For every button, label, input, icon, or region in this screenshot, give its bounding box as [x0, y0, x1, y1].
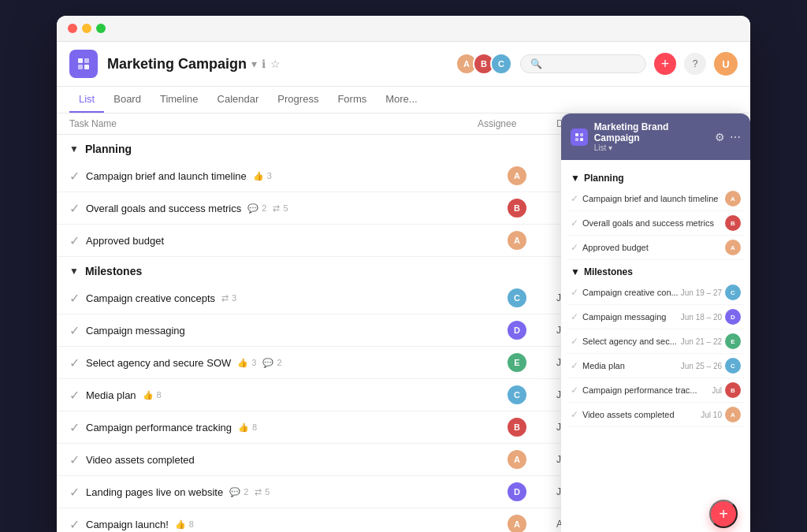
info-icon[interactable]: ℹ [262, 58, 266, 70]
svg-rect-1 [84, 58, 89, 63]
tab-progress[interactable]: Progress [268, 87, 328, 113]
thumbs-up-icon: 👍 [238, 422, 249, 433]
task-name-cell: ✓ Campaign launch! 👍 8 [69, 517, 478, 532]
avatar-group: A B C [456, 53, 512, 75]
sp-task-row[interactable]: ✓ Approved budget A [567, 236, 744, 260]
side-panel: Marketing Brand Campaign List ▾ ⚙ ⋯ ▼ [561, 113, 750, 532]
thumbs-up-icon: 👍 [253, 171, 264, 181]
sp-check-icon: ✓ [571, 287, 578, 298]
dropdown-icon[interactable]: ▾ [251, 58, 257, 70]
help-button[interactable]: ? [684, 53, 706, 75]
task-meta: 💬 2 ⇄ 5 [247, 203, 288, 214]
sp-task-name: Campaign performance trac... [582, 385, 697, 395]
check-icon: ✓ [69, 169, 80, 184]
sp-task-row[interactable]: ✓ Overall goals and success metrics B [567, 211, 744, 236]
more-options-icon[interactable]: ⋯ [730, 131, 741, 143]
meta-count: 5 [283, 203, 288, 213]
search-bar[interactable]: 🔍 [520, 54, 646, 73]
app-title-area: Marketing Campaign ▾ ℹ ☆ [107, 56, 446, 73]
minimize-dot[interactable] [82, 24, 91, 33]
task-meta: 👍 3 💬 2 [237, 358, 281, 368]
tab-calendar[interactable]: Calendar [208, 87, 269, 113]
comment-icon: 💬 [229, 487, 240, 497]
assignee-cell: C [478, 287, 556, 309]
star-icon[interactable]: ☆ [270, 58, 281, 70]
sp-task-row[interactable]: ✓ Media plan Jun 25 – 26 C [567, 354, 744, 378]
assignee-cell: D [478, 481, 556, 503]
sp-task-left: ✓ Campaign brief and launch timeline [571, 193, 725, 204]
dropdown-arrow[interactable]: ▾ [608, 143, 612, 152]
meta-count: 3 [251, 358, 256, 367]
main-content: Task name Assignee Due date Status ▼ Pla… [57, 113, 750, 532]
milestones-collapse-arrow[interactable]: ▼ [69, 266, 79, 277]
task-name-cell: ✓ Select agency and secure SOW 👍 3 💬 2 [69, 355, 478, 370]
sp-planning-arrow[interactable]: ▼ [571, 173, 580, 184]
maximize-dot[interactable] [96, 24, 106, 33]
meta-count: 3 [267, 171, 272, 180]
task-name: Media plan [86, 389, 136, 401]
sp-task-left: ✓ Overall goals and success metrics [571, 218, 725, 229]
sp-task-left: ✓ Media plan [571, 360, 681, 371]
tab-forms[interactable]: Forms [328, 87, 376, 113]
side-panel-body: ▼ Planning ✓ Campaign brief and launch t… [561, 160, 750, 433]
fab-add-button[interactable]: + [709, 500, 738, 528]
tab-timeline[interactable]: Timeline [151, 87, 208, 113]
sp-avatar: D [725, 309, 741, 325]
sp-task-row[interactable]: ✓ Campaign brief and launch timeline A [567, 187, 744, 211]
sp-task-row[interactable]: ✓ Campaign performance trac... Jul B [567, 378, 744, 403]
sp-date: Jun 25 – 26 [681, 362, 722, 370]
user-avatar: U [714, 52, 738, 76]
assignee-avatar: A [506, 448, 528, 471]
sp-check-icon: ✓ [571, 311, 578, 322]
sp-task-row[interactable]: ✓ Select agency and sec... Jun 21 – 22 E [567, 329, 744, 354]
sp-task-row[interactable]: ✓ Campaign creative con... Jun 19 – 27 C [567, 281, 744, 305]
assignee-cell: A [478, 165, 556, 187]
sp-avatar: C [725, 285, 741, 300]
side-panel-subtitle: List ▾ [594, 143, 715, 152]
tab-more[interactable]: More... [376, 87, 426, 113]
close-dot[interactable] [68, 24, 77, 33]
task-meta: 👍 8 [143, 390, 162, 400]
task-meta: 👍 8 [175, 519, 194, 530]
planning-collapse-arrow[interactable]: ▼ [69, 143, 79, 154]
svg-rect-0 [78, 58, 83, 63]
thumbs-up-icon: 👍 [143, 390, 154, 400]
sp-task-row[interactable]: ✓ Campaign messaging Jun 18 – 20 D [567, 305, 744, 329]
title-icons: ▾ ℹ ☆ [251, 58, 281, 70]
assignee-avatar: B [506, 416, 528, 438]
side-panel-title-block: Marketing Brand Campaign List ▾ [594, 121, 715, 152]
check-icon: ✓ [69, 355, 80, 370]
side-panel-title: Marketing Brand Campaign [594, 121, 715, 143]
task-meta: 👍 3 [253, 171, 272, 181]
task-name-cell: ✓ Campaign messaging [69, 323, 478, 338]
app-title: Marketing Campaign [107, 56, 247, 73]
avatar-3: C [490, 53, 512, 75]
assignee-avatar: D [506, 319, 528, 341]
sp-check-icon: ✓ [571, 360, 578, 371]
sp-task-name: Campaign brief and launch timeline [582, 194, 718, 203]
sp-avatar: B [725, 215, 741, 231]
task-name: Overall goals and success metrics [86, 203, 241, 214]
assignee-avatar: A [506, 165, 528, 187]
sp-date: Jul 10 [701, 411, 722, 419]
assignee-cell: A [478, 448, 556, 471]
app-header: Marketing Campaign ▾ ℹ ☆ A B C 🔍 + ? U [57, 42, 750, 87]
tab-list[interactable]: List [69, 87, 104, 113]
check-icon: ✓ [69, 291, 80, 306]
add-button[interactable]: + [654, 53, 676, 75]
task-name: Campaign brief and launch timeline [86, 170, 247, 182]
sp-check-icon: ✓ [571, 218, 578, 229]
task-meta: ⇄ 3 [221, 293, 236, 303]
sp-milestones-arrow[interactable]: ▼ [571, 266, 580, 277]
settings-icon[interactable]: ⚙ [715, 131, 725, 143]
nav-tabs: List Board Timeline Calendar Progress Fo… [57, 87, 750, 113]
planning-title: Planning [85, 143, 132, 155]
task-name-cell: ✓ Media plan 👍 8 [69, 388, 478, 403]
app-icon [69, 50, 98, 78]
tab-board[interactable]: Board [104, 87, 151, 113]
task-name: Video assets completed [86, 454, 195, 466]
meta-count: 5 [265, 487, 270, 497]
sp-task-row[interactable]: ✓ Video assets completed Jul 10 A [567, 403, 744, 427]
svg-rect-4 [575, 133, 578, 136]
task-meta: 👍 8 [238, 422, 257, 433]
